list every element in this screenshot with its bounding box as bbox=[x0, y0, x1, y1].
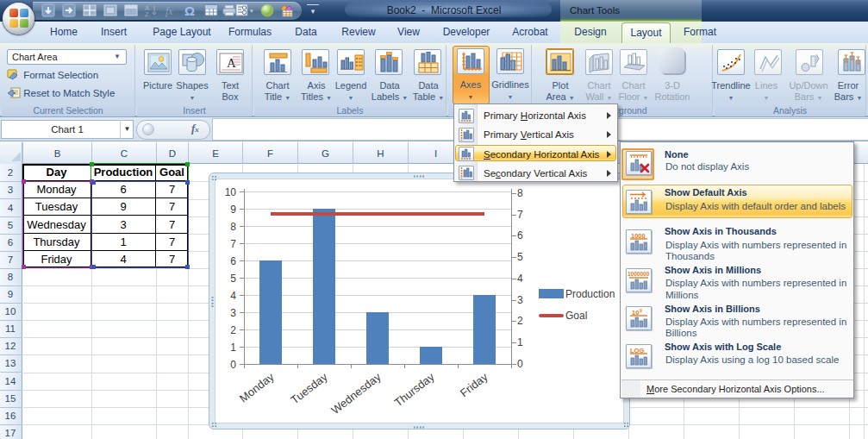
svg-text:1000000: 1000000 bbox=[628, 271, 650, 277]
svg-text:fx: fx bbox=[165, 5, 173, 17]
svg-text:9: 9 bbox=[640, 308, 642, 313]
svg-text:A: A bbox=[227, 56, 236, 70]
svg-text:LOG: LOG bbox=[630, 347, 644, 354]
svg-text:10: 10 bbox=[632, 309, 639, 317]
svg-text:Ω: Ω bbox=[184, 3, 195, 17]
svg-text:Z: Z bbox=[145, 10, 149, 17]
svg-text:1000: 1000 bbox=[631, 232, 646, 240]
